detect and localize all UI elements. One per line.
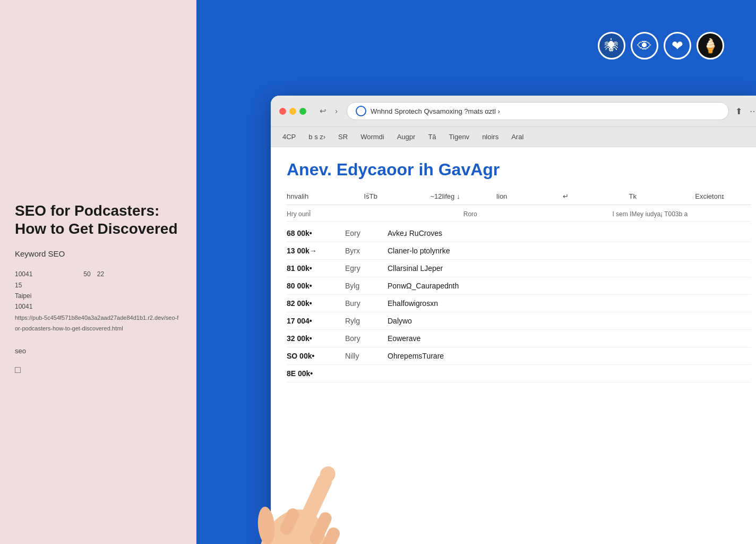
address-text: Wnhnd Sprotech Qvsamoxing ?mats αztl ›	[371, 107, 720, 115]
col-volume: 68 00k•	[287, 229, 334, 237]
traffic-lights	[279, 108, 306, 115]
table-header: hnvalihls̈Tb~12lifeg ↓lion↵TkExcietonɪ	[287, 188, 751, 205]
more-icon[interactable]: ⋯	[750, 106, 756, 116]
table-body: 68 00k•EoryAvkeɹ RuCroves13 00k→ByrxClan…	[287, 225, 751, 382]
col-volume: SO 00k•	[287, 352, 334, 360]
table-header-col-4[interactable]: ↵	[563, 192, 618, 200]
content-page-title: Anev. Edycaoor ih GavAgr	[287, 160, 751, 180]
table-row[interactable]: 68 00k•EoryAvkeɹ RuCroves	[287, 225, 751, 242]
col-volume: 13 00k→	[287, 246, 334, 255]
page-title-part1: Anev.	[287, 160, 332, 179]
browser-window: ↩ › Wnhnd Sprotech Qvsamoxing ?mats αztl…	[271, 96, 756, 544]
col-difficulty: Bylg	[345, 282, 377, 290]
icon-icecream: 🍦	[697, 32, 724, 60]
table-header-col-1[interactable]: ls̈Tb	[364, 192, 420, 200]
table-row[interactable]: 32 00k•BoryEowerave	[287, 330, 751, 347]
col-keyword: Claner-lo ptolynrke	[388, 246, 751, 255]
table-header-col-3[interactable]: lion	[496, 192, 552, 200]
page-title-part3: ih	[418, 160, 433, 179]
maximize-button[interactable]	[299, 108, 306, 115]
col-volume: 82 00k•	[287, 299, 334, 308]
col-difficulty: Nilly	[345, 352, 377, 360]
col-volume: 81 00k•	[287, 264, 334, 273]
nav-item-2[interactable]: SR	[337, 131, 349, 142]
sidebar-icon: □	[15, 364, 182, 376]
top-icons-bar: 🕷 👁 ❤ 🍦	[598, 32, 724, 60]
col-volume: 32 00k•	[287, 334, 334, 343]
col-difficulty: Egry	[345, 264, 377, 273]
col-volume: 8E 00k•	[287, 369, 334, 378]
col-volume: 17 004•	[287, 317, 334, 325]
icon-heart: ❤	[664, 32, 691, 60]
address-bar[interactable]: Wnhnd Sprotech Qvsamoxing ?mats αztl ›	[347, 102, 729, 120]
nav-item-7[interactable]: nloirs	[481, 131, 500, 142]
col-difficulty: Byrx	[345, 246, 377, 255]
col-difficulty: Bury	[345, 299, 377, 308]
col-keyword: OhrepemsTurare	[388, 352, 751, 360]
table-subheader-col-0: Hry ounĪ	[287, 210, 453, 218]
forward-button[interactable]: ›	[332, 105, 340, 117]
nav-item-4[interactable]: Augpr	[396, 131, 417, 142]
minimize-button[interactable]	[289, 108, 296, 115]
col-difficulty: Rylg	[345, 317, 377, 325]
col-volume: 80 00k•	[287, 282, 334, 290]
share-icon[interactable]: ⬆	[735, 106, 742, 116]
nav-item-8[interactable]: Aral	[510, 131, 525, 142]
sidebar-subtitle: Keyword SEO	[15, 249, 182, 258]
browser-toolbar-icons: ⬆ ⋯	[735, 106, 756, 116]
table-row[interactable]: 81 00k•EgryCllarsinal LJeper	[287, 260, 751, 277]
table-row[interactable]: 13 00k→ByrxClaner-lo ptolynrke	[287, 242, 751, 260]
nav-item-0[interactable]: 4CP	[281, 131, 297, 142]
page-title-part2: Edycaoor	[337, 160, 414, 179]
table-header-col-6[interactable]: Excietonɪ	[695, 192, 751, 200]
table-row[interactable]: 80 00k•BylgPonwΩ_Caurapednth	[287, 277, 751, 295]
sidebar-tag: seo	[15, 347, 182, 355]
page-title: SEO for Podcasters: How to Get Discovere…	[15, 202, 182, 237]
nav-item-6[interactable]: Tigenv	[448, 131, 471, 142]
col-keyword: Dalywo	[388, 317, 751, 325]
icon-spider: 🕷	[598, 32, 625, 60]
col-difficulty: Bory	[345, 334, 377, 343]
table-row[interactable]: 8E 00k•	[287, 365, 751, 382]
table-subheader-col-1: Roro	[463, 210, 602, 218]
col-keyword: Cllarsinal LJeper	[388, 264, 751, 273]
nav-item-3[interactable]: Wormdi	[359, 131, 385, 142]
table-row[interactable]: SO 00k•NillyOhrepemsTurare	[287, 347, 751, 365]
table-row[interactable]: 17 004•RylgDalywo	[287, 312, 751, 330]
close-button[interactable]	[279, 108, 286, 115]
col-difficulty: Eory	[345, 229, 377, 237]
col-keyword: Eowerave	[388, 334, 751, 343]
table-header-col-0[interactable]: hnvalih	[287, 192, 354, 200]
table-subheader: Hry ounĪRoroI sem IMey iudya¡ T003b a	[287, 207, 751, 222]
table-row[interactable]: 82 00k•BuryEhalfowigrosxn	[287, 295, 751, 312]
browser-icon	[356, 106, 366, 116]
nav-item-1[interactable]: b s z›	[307, 131, 327, 142]
table-header-col-5[interactable]: Tk	[629, 192, 685, 200]
col-keyword: Ehalfowigrosxn	[388, 299, 751, 308]
nav-item-5[interactable]: Tā	[427, 131, 437, 142]
icon-eye: 👁	[631, 32, 658, 60]
nav-buttons: ↩ ›	[317, 105, 340, 117]
table-header-col-2[interactable]: ~12lifeg ↓	[430, 192, 486, 200]
col-keyword: Avkeɹ RuCroves	[388, 229, 751, 237]
browser-nav-bar: 4CPb s z›SRWormdiAugprTāTigenvnloirsAral	[271, 127, 756, 147]
browser-content: Anev. Edycaoor ih GavAgr hnvalihls̈Tb~12…	[271, 147, 756, 544]
sidebar-meta: 10041 50 22 15 Taipei 10041 https://pub-…	[15, 269, 182, 334]
main-area: 🕷 👁 ❤ 🍦 ↩ › Wnhnd Sprotech Qvsamoxing ?m…	[196, 0, 756, 544]
sidebar: SEO for Podcasters: How to Get Discovere…	[0, 0, 196, 544]
back-button[interactable]: ↩	[317, 105, 329, 117]
browser-chrome: ↩ › Wnhnd Sprotech Qvsamoxing ?mats αztl…	[271, 96, 756, 127]
page-title-part4: GavAgr	[439, 160, 500, 179]
col-keyword: PonwΩ_Caurapednth	[388, 282, 751, 290]
table-subheader-col-2: I sem IMey iudya¡ T003b a	[612, 210, 751, 218]
